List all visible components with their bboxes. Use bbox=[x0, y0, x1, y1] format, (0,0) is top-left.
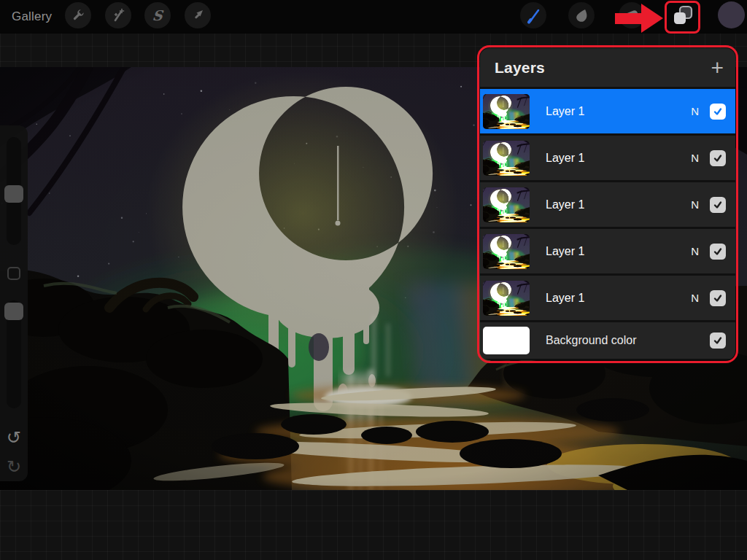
adjustments-button[interactable] bbox=[105, 2, 131, 28]
background-visibility-checkbox[interactable] bbox=[710, 332, 726, 349]
layer-thumbnail[interactable] bbox=[483, 234, 530, 269]
magic-wand-icon bbox=[110, 7, 126, 23]
brush-size-slider-handle[interactable] bbox=[4, 185, 23, 203]
blend-mode-button[interactable]: N bbox=[691, 198, 699, 211]
layer-visibility-checkbox[interactable] bbox=[710, 150, 726, 166]
paint-tool-button[interactable] bbox=[520, 2, 546, 28]
opacity-slider-handle[interactable] bbox=[4, 303, 23, 320]
blend-mode-button[interactable]: N bbox=[691, 292, 699, 304]
layers-button[interactable] bbox=[670, 2, 696, 28]
layer-thumbnail[interactable] bbox=[483, 141, 530, 176]
layer-visibility-checkbox[interactable] bbox=[710, 244, 726, 260]
check-icon bbox=[713, 200, 723, 210]
background-color-label: Background color bbox=[546, 334, 710, 347]
layer-visibility-checkbox[interactable] bbox=[710, 104, 726, 120]
undo-icon[interactable]: ↺ bbox=[0, 426, 28, 451]
smudge-icon bbox=[573, 7, 590, 24]
layer-name: Layer 1 bbox=[546, 198, 691, 211]
procreate-app-window: Gallery S bbox=[0, 0, 747, 560]
layer-row[interactable]: Layer 1 N bbox=[480, 276, 735, 320]
sidebar-controls: ↺ ↻ bbox=[0, 125, 28, 481]
check-icon bbox=[713, 293, 723, 303]
actions-button[interactable] bbox=[65, 2, 91, 28]
layers-panel-header: Layers + bbox=[480, 48, 735, 87]
brush-icon bbox=[525, 7, 542, 24]
layer-row[interactable]: Layer 1 N bbox=[480, 229, 735, 273]
gallery-button[interactable]: Gallery bbox=[12, 0, 52, 34]
blend-mode-button[interactable]: N bbox=[691, 105, 699, 117]
smudge-tool-button[interactable] bbox=[568, 2, 595, 28]
wrench-icon bbox=[70, 7, 86, 23]
layer-name: Layer 1 bbox=[546, 245, 691, 258]
check-icon bbox=[713, 246, 723, 257]
layer-row[interactable]: Layer 1 N bbox=[480, 89, 735, 133]
selections-button[interactable]: S bbox=[144, 2, 171, 28]
layers-panel: Layers + Layer 1 N Layer 1 N Layer 1 N bbox=[480, 48, 735, 360]
redo-icon[interactable]: ↻ bbox=[0, 455, 28, 480]
layer-thumbnail[interactable] bbox=[483, 281, 530, 316]
transform-arrow-icon bbox=[190, 7, 206, 23]
blend-mode-button[interactable]: N bbox=[691, 152, 699, 164]
layer-thumbnail[interactable] bbox=[483, 187, 530, 222]
check-icon bbox=[713, 335, 723, 346]
background-color-thumbnail[interactable] bbox=[483, 327, 530, 354]
layer-thumbnail[interactable] bbox=[483, 94, 530, 129]
background-color-row[interactable]: Background color bbox=[480, 322, 735, 359]
modify-button[interactable] bbox=[7, 267, 20, 280]
layer-name: Layer 1 bbox=[546, 105, 691, 118]
transform-button[interactable] bbox=[185, 2, 211, 28]
top-toolbar: Gallery S bbox=[0, 0, 747, 34]
layers-panel-title: Layers bbox=[495, 59, 711, 77]
check-icon bbox=[713, 153, 723, 163]
layer-name: Layer 1 bbox=[546, 152, 691, 165]
layers-icon bbox=[671, 4, 694, 27]
layer-visibility-checkbox[interactable] bbox=[710, 290, 726, 306]
layer-name: Layer 1 bbox=[546, 292, 691, 305]
blend-mode-button[interactable]: N bbox=[691, 245, 699, 257]
layer-visibility-checkbox[interactable] bbox=[710, 197, 726, 213]
layer-row[interactable]: Layer 1 N bbox=[480, 136, 735, 180]
active-color-swatch[interactable] bbox=[718, 1, 745, 28]
eraser-icon bbox=[623, 7, 640, 24]
check-icon bbox=[713, 106, 723, 117]
add-layer-button[interactable]: + bbox=[711, 58, 724, 77]
eraser-tool-button[interactable] bbox=[619, 2, 645, 28]
selection-icon: S bbox=[152, 7, 163, 23]
layer-row[interactable]: Layer 1 N bbox=[480, 182, 735, 227]
